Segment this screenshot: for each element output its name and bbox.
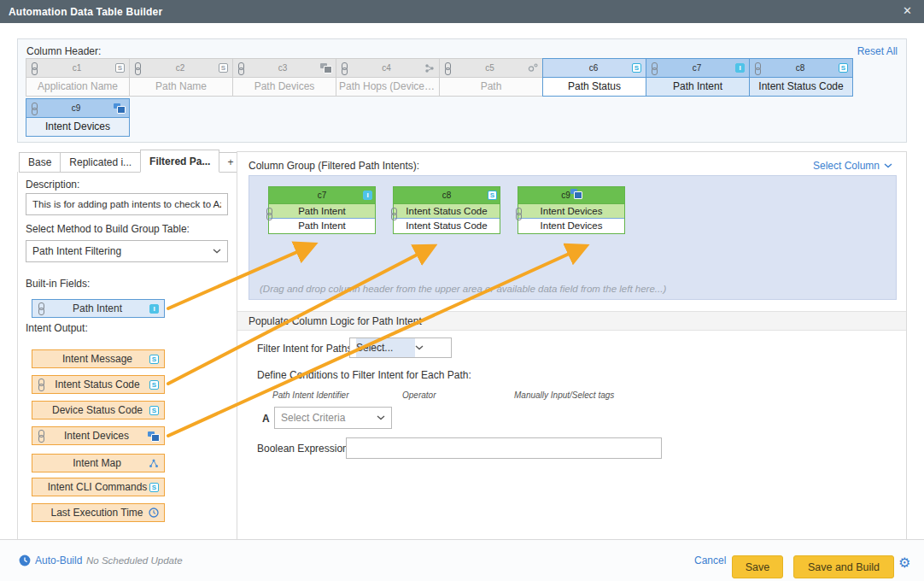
column-chips-row-2: c9 Intent Devices — [26, 98, 130, 137]
save-and-build-button[interactable]: Save and Build — [793, 555, 894, 578]
field-chip-last-execution-time[interactable]: Last Execution Time — [32, 503, 165, 522]
intent-type-icon: I — [363, 191, 372, 200]
field-chip-intent-devices[interactable]: Intent Devices — [32, 426, 165, 445]
column-group-panel: Column Group (Filtered Path Intents): Se… — [237, 151, 907, 539]
filter-intent-label: Filter Intent for Paths: — [257, 343, 355, 355]
column-name: Intent Status Code — [750, 78, 852, 96]
boolean-expression-label: Boolean Expression: — [257, 443, 351, 455]
link-icon — [341, 62, 348, 74]
field-name: Path Intent — [45, 302, 149, 314]
description-label: Description: — [26, 179, 79, 191]
column-id: c3 — [245, 63, 320, 73]
cancel-button[interactable]: Cancel — [694, 555, 726, 566]
criteria-select[interactable]: Select Criteria — [274, 407, 392, 429]
boolean-expression-input[interactable] — [346, 437, 662, 459]
column-id: c9 — [561, 191, 570, 200]
column-chip-c4[interactable]: c4 Path Hops (Device Inter... — [336, 58, 440, 97]
builtin-fields-label: Built-in Fields: — [26, 278, 90, 290]
column-name: Path Name — [130, 78, 232, 96]
column-chip-c8[interactable]: c8S Intent Status Code — [749, 58, 853, 97]
link-icon — [31, 103, 38, 114]
column-id: c8 — [762, 63, 839, 73]
column-name: Path Intent — [269, 204, 375, 219]
column-chip-c9[interactable]: c9 Intent Devices — [26, 98, 130, 137]
automation-data-table-builder-dialog: Automation Data Table Builder ✕ Column H… — [0, 0, 924, 581]
schedule-status: No Scheduled Update — [86, 555, 183, 566]
field-name: Intent Message — [45, 353, 149, 365]
condition-col-manual-input: Manually Input/Select tags — [514, 390, 614, 400]
column-group-dropzone[interactable]: c7I Path Intent Path Intent c8S Intent S… — [249, 175, 897, 300]
drop-hint-text: (Drag and drop column header from the up… — [260, 284, 666, 294]
dialog-title: Automation Data Table Builder — [0, 6, 162, 18]
field-name: Intent Devices — [45, 430, 148, 442]
field-name: Intent CLI Commands — [45, 481, 149, 493]
string-type-icon: S — [488, 191, 497, 200]
group-table-tabs: Base Replicated i... Filtered Pa... + — [19, 151, 242, 173]
column-id: c2 — [142, 63, 219, 73]
build-method-select[interactable]: Path Intent Filtering — [26, 240, 228, 262]
column-id: c7 — [658, 63, 735, 73]
field-chip-intent-status-code[interactable]: Intent Status Code S — [32, 375, 165, 394]
field-chip-device-status-code[interactable]: Device Status Code S — [32, 401, 165, 420]
intent-output-label: Intent Output: — [26, 322, 88, 334]
tab-filtered-path[interactable]: Filtered Pa... — [140, 150, 219, 173]
link-icon — [134, 62, 142, 74]
clock-type-icon — [149, 508, 159, 518]
column-chip-c2[interactable]: c2S Path Name — [129, 58, 233, 97]
build-method-value: Path Intent Filtering — [32, 245, 213, 257]
field-name: Last Execution Time — [45, 507, 149, 519]
field-chip-intent-map[interactable]: Intent Map — [32, 454, 165, 472]
column-id: c1 — [38, 63, 115, 73]
column-chip-c6[interactable]: c6S Path Status — [542, 58, 646, 97]
column-chip-c3[interactable]: c3 Path Devices — [232, 58, 336, 97]
reset-all-link[interactable]: Reset All — [857, 45, 898, 57]
devices-type-icon — [570, 189, 582, 198]
tab-replicated[interactable]: Replicated i... — [60, 152, 141, 173]
chevron-down-icon — [884, 163, 892, 168]
tab-base[interactable]: Base — [19, 152, 61, 173]
link-icon — [390, 208, 398, 220]
close-icon[interactable]: ✕ — [903, 4, 912, 17]
column-chip-c1[interactable]: c1S Application Name — [26, 58, 130, 97]
condition-row-label: A — [262, 413, 270, 425]
filter-paths-value: Select... — [356, 338, 415, 357]
intent-type-icon: I — [735, 63, 745, 73]
devices-type-icon — [148, 431, 159, 441]
path-type-icon — [528, 63, 538, 73]
column-chip-c5[interactable]: c5 Path — [439, 58, 543, 97]
dialog-footer: Auto-Build No Scheduled Update — [0, 539, 924, 581]
column-id: c4 — [348, 63, 424, 73]
group-column-c7[interactable]: c7I Path Intent Path Intent — [268, 186, 376, 234]
field-chip-intent-cli-commands[interactable]: Intent CLI Commands S — [32, 478, 165, 496]
condition-col-identifier: Path Intent Identifier — [272, 390, 349, 400]
chevron-down-icon — [377, 415, 385, 420]
auto-build-clock-icon — [19, 555, 31, 566]
link-icon — [754, 62, 762, 74]
gear-icon[interactable]: ⚙ — [898, 555, 910, 571]
column-header-panel: Column Header: Reset All c1S Application… — [17, 38, 907, 143]
field-name: Intent Status Code — [45, 379, 149, 390]
condition-col-operator: Operator — [402, 390, 436, 400]
column-id: c7 — [318, 191, 327, 200]
description-input[interactable] — [26, 193, 228, 215]
column-id: c6 — [555, 63, 632, 73]
field-chip-intent-message[interactable]: Intent Message S — [32, 349, 165, 368]
column-id: c5 — [452, 63, 528, 73]
column-chip-c7[interactable]: c7I Path Intent — [646, 58, 750, 97]
filter-paths-select[interactable]: Select... — [349, 337, 452, 358]
string-type-icon: S — [149, 406, 159, 415]
link-icon — [31, 62, 38, 74]
group-column-c8[interactable]: c8S Intent Status Code Intent Status Cod… — [393, 186, 500, 234]
group-column-c9[interactable]: c9 Intent Devices Intent Devices — [518, 186, 625, 234]
field-chip-path-intent[interactable]: Path Intent I — [32, 299, 165, 318]
link-icon — [38, 430, 45, 442]
column-name: Application Name — [26, 78, 129, 96]
link-icon — [444, 62, 452, 74]
save-button[interactable]: Save — [732, 555, 783, 578]
select-column-link[interactable]: Select Column — [813, 160, 892, 172]
string-type-icon: S — [839, 63, 848, 73]
column-name: Intent Status Code — [394, 204, 500, 219]
string-type-icon: S — [149, 380, 159, 390]
auto-build-button[interactable]: Auto-Build — [19, 555, 82, 566]
dialog-titlebar: Automation Data Table Builder ✕ — [0, 0, 924, 23]
